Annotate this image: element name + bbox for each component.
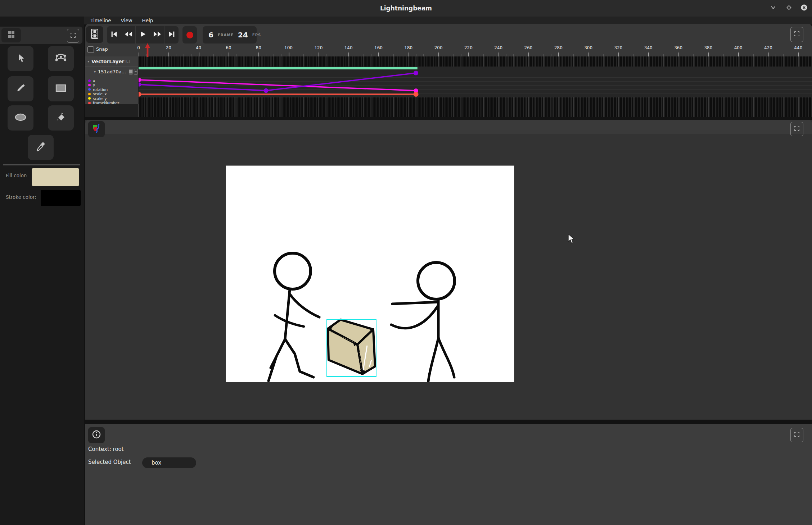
ruler-label-0: 0 xyxy=(137,45,140,50)
info-expand-button[interactable] xyxy=(790,428,803,442)
rewind-button[interactable] xyxy=(121,26,135,44)
selected-object-label: Selected Object xyxy=(88,459,131,465)
select-tool-button[interactable] xyxy=(8,46,33,71)
curve-start-cap[interactable] xyxy=(139,92,141,96)
rectangle-tool-button[interactable] xyxy=(48,76,74,101)
expand-icon xyxy=(70,32,76,40)
pencil-tool-button[interactable] xyxy=(8,76,33,101)
collapse-triangle-icon[interactable]: ▾ xyxy=(94,70,96,74)
keyframe-x-185[interactable] xyxy=(414,71,418,76)
fast-forward-icon xyxy=(153,30,162,40)
property-row-y[interactable]: y xyxy=(85,83,138,87)
property-color-dot xyxy=(88,102,91,104)
property-label: scale_x xyxy=(93,92,107,96)
close-button[interactable] xyxy=(800,4,808,13)
ruler-tick xyxy=(528,52,529,56)
property-row-frameNumber[interactable]: frameNumber xyxy=(85,101,138,105)
ruler-tick xyxy=(768,52,769,56)
property-row-rotation[interactable]: rotation xyxy=(85,87,138,92)
stage[interactable] xyxy=(226,166,514,382)
fill-color-swatch[interactable] xyxy=(32,168,79,186)
property-row-scale_x[interactable]: scale_x xyxy=(85,92,138,96)
ellipse-tool-button[interactable] xyxy=(8,105,33,131)
property-label: frameNumber xyxy=(93,101,119,105)
frame-fps-panel: 6 FRAME 24 FPS xyxy=(203,26,257,44)
chevron-down-icon xyxy=(770,4,776,12)
canvas-panel xyxy=(85,120,812,420)
ruler-label-120: 120 xyxy=(314,45,322,50)
selected-object-field[interactable]: box xyxy=(142,457,196,468)
tool-sidebar: Fill color: Stroke color: xyxy=(0,17,84,525)
frame-number[interactable]: 6 xyxy=(208,31,213,39)
sidebar-expand-button[interactable] xyxy=(67,29,79,43)
ruler-label-220: 220 xyxy=(464,45,473,50)
film-button[interactable] xyxy=(86,26,103,43)
ruler-tick xyxy=(618,52,619,56)
object-row[interactable]: ▾ 151ad70a... ~ xyxy=(85,67,138,77)
ruler-label-40: 40 xyxy=(196,45,201,50)
diamond-icon xyxy=(786,4,792,12)
ruler-tick xyxy=(798,52,799,56)
fps-number[interactable]: 24 xyxy=(238,31,248,39)
play-icon xyxy=(139,30,147,40)
keyframe-curves[interactable] xyxy=(139,56,812,117)
layer-row[interactable]: ▾ VectorLayer [L] xyxy=(85,56,138,67)
property-color-dot xyxy=(88,88,91,91)
timeline-expand-button[interactable] xyxy=(790,27,803,42)
ruler-tick xyxy=(319,52,319,56)
stick-figure-right[interactable] xyxy=(391,262,455,381)
transform-tool-button[interactable] xyxy=(48,46,74,71)
skip-end-button[interactable] xyxy=(164,26,179,44)
maximize-button[interactable] xyxy=(785,4,793,13)
play-button[interactable] xyxy=(136,26,150,44)
mouse-cursor xyxy=(568,234,576,245)
stage-tab-button[interactable] xyxy=(88,121,105,137)
record-icon xyxy=(186,32,193,38)
info-icon xyxy=(92,430,101,440)
ruler-tick xyxy=(139,52,139,56)
eyedropper-tool-button[interactable] xyxy=(28,135,54,160)
ruler-label-320: 320 xyxy=(614,45,623,50)
paint-bucket-icon xyxy=(55,112,66,124)
cursor-icon xyxy=(15,52,26,65)
fps-label: FPS xyxy=(252,33,261,37)
keyframe-frameNumber-185[interactable] xyxy=(414,92,419,97)
menu-view[interactable]: View xyxy=(121,18,132,23)
stick-figure-left[interactable] xyxy=(269,253,319,381)
ruler-label-160: 160 xyxy=(374,45,383,50)
object-ease-button[interactable]: ~ xyxy=(134,69,138,75)
ruler-tick xyxy=(258,52,259,56)
ruler-label-360: 360 xyxy=(674,45,682,50)
timeline-ruler[interactable]: 0204060801001201401601802002202402602803… xyxy=(85,45,812,56)
ruler-tick xyxy=(289,52,289,56)
menu-timeline[interactable]: Timeline xyxy=(90,18,111,23)
menu-help[interactable]: Help xyxy=(142,18,153,23)
clip-duration-bar[interactable] xyxy=(139,67,418,69)
playhead[interactable] xyxy=(145,43,150,57)
grid-view-button[interactable] xyxy=(1,28,21,42)
skip-start-button[interactable] xyxy=(107,26,121,44)
bucket-tool-button[interactable] xyxy=(48,105,74,131)
minimize-button[interactable] xyxy=(769,4,777,13)
keyframe-x-85[interactable] xyxy=(264,88,269,93)
property-row-x[interactable]: x xyxy=(85,78,138,83)
timeline-panel: 6 FRAME 24 FPS Snap 02040608010012014016… xyxy=(85,24,812,117)
property-color-dot xyxy=(88,93,91,95)
fast-forward-button[interactable] xyxy=(150,26,164,44)
ruler-tick xyxy=(499,52,499,56)
rectangle-icon xyxy=(55,84,67,94)
bezier-nodes-icon xyxy=(55,52,67,65)
curve-start-cap[interactable] xyxy=(139,83,141,87)
property-rows: xyrotationscale_xscale_yframeNumber xyxy=(85,77,138,105)
stroke-color-swatch[interactable] xyxy=(41,190,81,206)
info-tab-button[interactable] xyxy=(88,427,105,443)
ruler-label-240: 240 xyxy=(494,45,502,50)
object-visibility-button[interactable] xyxy=(129,69,133,75)
curve-start-cap[interactable] xyxy=(139,78,141,82)
collapse-triangle-icon[interactable]: ▾ xyxy=(87,59,89,63)
canvas-expand-button[interactable] xyxy=(790,122,803,136)
record-button[interactable] xyxy=(182,26,197,44)
ruler-tick xyxy=(168,52,169,56)
property-row-scale_y[interactable]: scale_y xyxy=(85,96,138,101)
box-object[interactable] xyxy=(327,319,376,376)
